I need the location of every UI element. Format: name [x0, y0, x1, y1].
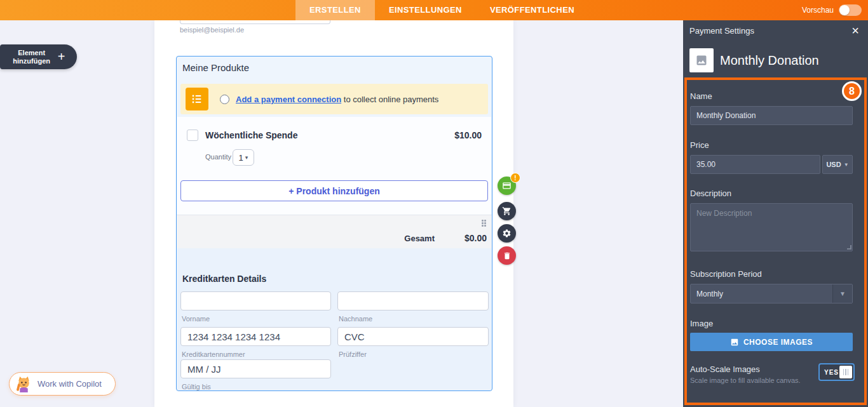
card-number-input[interactable]	[180, 327, 331, 346]
last-name-label: Nachname	[339, 315, 372, 323]
settings-fab[interactable]	[498, 224, 516, 243]
cvc-input[interactable]	[337, 327, 489, 346]
autoscale-toggle-knob	[839, 366, 852, 378]
products-field[interactable]: Meine Produkte Add a payment connection …	[176, 56, 492, 391]
preview-control: Vorschau	[802, 0, 862, 20]
currency-value: USD	[826, 161, 841, 168]
autoscale-hint: Scale image to fill available canvas.	[690, 377, 808, 384]
add-product-button[interactable]: + Produkt hinzufügen	[180, 180, 488, 201]
cart-fab[interactable]	[498, 202, 516, 220]
payment-settings-panel: Payment Settings × Monthly Donation 8 Na…	[683, 20, 868, 407]
choose-images-button[interactable]: CHOOSE IMAGES	[690, 333, 853, 351]
first-name-label: Vorname	[182, 315, 210, 323]
first-name-input[interactable]	[180, 291, 331, 310]
autoscale-toggle[interactable]: YES	[818, 363, 855, 381]
payment-list-icon	[186, 88, 208, 110]
image-label: Image	[690, 319, 713, 328]
price-input[interactable]	[690, 155, 820, 174]
delete-fab[interactable]	[498, 246, 516, 265]
preview-toggle-knob	[839, 5, 850, 15]
product-checkbox[interactable]	[187, 130, 198, 141]
drag-handle-icon[interactable]	[482, 220, 487, 227]
copilot-button[interactable]: Work with Copilot	[9, 372, 116, 396]
add-element-label: Element hinzufügen	[12, 49, 51, 65]
payment-connection-radio[interactable]	[220, 95, 229, 104]
chevron-down-icon: ▼	[844, 162, 849, 168]
total-value: $0.00	[465, 233, 487, 243]
autoscale-label: Auto-Scale Images	[690, 364, 760, 374]
quantity-select[interactable]: 1 ▾	[233, 149, 254, 166]
close-icon[interactable]: ×	[851, 23, 859, 38]
quantity-label: Quantity	[205, 153, 231, 161]
payment-banner-text: Add a payment connection to collect onli…	[236, 95, 438, 104]
chevron-down-icon: ▼	[832, 284, 852, 303]
autoscale-toggle-value: YES	[824, 369, 839, 376]
step-badge: 8	[842, 81, 862, 101]
add-element-button[interactable]: Element hinzufügen +	[0, 44, 77, 69]
top-navbar: ERSTELLEN EINSTELLUNGEN VERÖFFENTLICHEN …	[0, 0, 868, 20]
payment-connection-banner: Add a payment connection to collect onli…	[180, 84, 488, 114]
products-title: Meine Produkte	[182, 62, 249, 73]
product-price: $10.00	[454, 130, 482, 140]
chevron-down-icon: ▾	[245, 154, 248, 161]
price-label: Price	[690, 140, 709, 150]
gear-icon	[502, 229, 512, 238]
shopping-cart-icon	[502, 206, 512, 216]
add-payment-connection-link[interactable]: Add a payment connection	[236, 95, 341, 104]
description-textarea[interactable]	[690, 203, 853, 251]
product-name-input[interactable]	[690, 106, 853, 125]
payment-warning-badge: !	[510, 173, 520, 183]
subscription-period-label: Subscription Period	[690, 269, 762, 279]
image-icon	[730, 338, 739, 347]
preview-toggle[interactable]	[839, 4, 862, 16]
card-number-label: Kreditkartennummer	[182, 350, 245, 358]
subtotal-strip-bg	[177, 215, 492, 248]
plus-icon: +	[58, 50, 65, 64]
trash-icon	[503, 251, 512, 260]
banner-rest-text: to collect online payments	[344, 95, 439, 104]
choose-images-label: CHOOSE IMAGES	[743, 338, 813, 347]
currency-select[interactable]: USD ▼	[822, 155, 853, 174]
copilot-cat-icon	[15, 375, 32, 392]
image-icon	[695, 54, 708, 67]
product-title: Monthly Donation	[720, 53, 819, 68]
quantity-value: 1	[239, 153, 243, 163]
description-label: Description	[690, 189, 731, 198]
app-root: ERSTELLEN EINSTELLUNGEN VERÖFFENTLICHEN …	[0, 0, 868, 407]
copilot-label: Work with Copilot	[37, 379, 102, 389]
navbar-tabs: ERSTELLEN EINSTELLUNGEN VERÖFFENTLICHEN	[295, 0, 588, 20]
cvc-label: Prüfziffer	[339, 350, 367, 358]
total-label: Gesamt	[404, 234, 435, 243]
tab-einstellungen[interactable]: EINSTELLUNGEN	[375, 0, 476, 20]
tab-veroeffentlichen[interactable]: VERÖFFENTLICHEN	[476, 0, 588, 20]
product-image-placeholder[interactable]	[689, 48, 714, 72]
panel-title: Payment Settings	[689, 26, 754, 36]
last-name-input[interactable]	[337, 291, 489, 310]
form-preview-column: beispiel@beispiel.de Meine Produkte	[154, 20, 513, 407]
name-label: Name	[690, 91, 712, 101]
email-helper-text: beispiel@beispiel.de	[180, 26, 244, 34]
expiry-label: Gültig bis	[182, 383, 211, 390]
subscription-period-select[interactable]: Monthly ▼	[690, 284, 853, 304]
preview-label: Vorschau	[802, 6, 834, 15]
subscription-period-value: Monthly	[696, 290, 723, 298]
expiry-input[interactable]	[180, 359, 331, 378]
product-name: Wöchentliche Spende	[205, 130, 297, 140]
credit-card-title: Kreditkarten Details	[182, 274, 266, 284]
tab-erstellen[interactable]: ERSTELLEN	[295, 0, 375, 20]
credit-card-icon	[502, 181, 512, 190]
